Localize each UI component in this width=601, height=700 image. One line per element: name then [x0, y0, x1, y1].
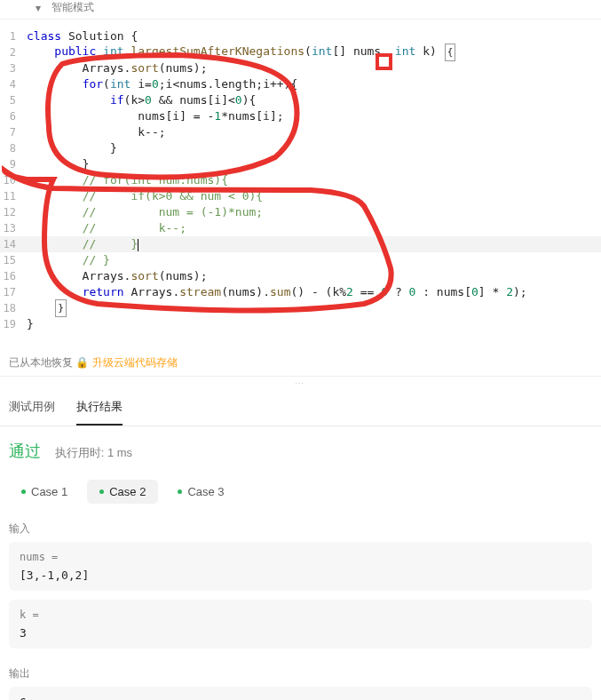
status-dot-icon	[178, 489, 182, 494]
code-content[interactable]: }	[27, 299, 67, 317]
code-line[interactable]: 8 }	[0, 140, 601, 156]
input-k-box: k = 3	[9, 600, 592, 648]
lock-icon: 🔒	[75, 356, 91, 369]
line-number: 17	[0, 284, 27, 300]
code-line[interactable]: 18 }	[0, 300, 601, 316]
editor-toolbar: ▾ 智能模式	[0, 0, 601, 20]
code-content[interactable]: // k--;	[27, 220, 186, 236]
code-line[interactable]: 12 // num = (-1)*num;	[0, 204, 601, 220]
code-line[interactable]: 14 // }	[0, 236, 601, 252]
code-content[interactable]: Arrays.sort(nums);	[27, 60, 208, 76]
k-value: 3	[20, 626, 581, 640]
code-line[interactable]: 6 nums[i] = -1*nums[i];	[0, 108, 601, 124]
code-content[interactable]: for(int i=0;i<nums.length;i++){	[27, 76, 297, 92]
restore-text: 已从本地恢复	[9, 356, 73, 369]
code-line[interactable]: 15 // }	[0, 252, 601, 268]
code-line[interactable]: 19}	[0, 316, 601, 332]
code-line[interactable]: 5 if(k>0 && nums[i]<0){	[0, 92, 601, 108]
resize-handle[interactable]: ⋯	[0, 376, 601, 390]
line-number: 4	[0, 76, 27, 92]
line-number: 14	[0, 236, 27, 252]
case-label: Case 2	[109, 485, 146, 498]
upgrade-link[interactable]: 升级云端代码存储	[92, 356, 178, 369]
code-content[interactable]: // if(k>0 && num < 0){	[27, 188, 263, 204]
code-content[interactable]: // for(int num:nums){	[27, 172, 228, 188]
line-number: 9	[0, 156, 27, 172]
code-line[interactable]: 7 k--;	[0, 124, 601, 140]
code-line[interactable]: 10 // for(int num:nums){	[0, 172, 601, 188]
line-number: 18	[0, 300, 27, 316]
line-number: 1	[0, 28, 27, 44]
input-label: 输入	[9, 521, 592, 537]
code-line[interactable]: 9 }	[0, 156, 601, 172]
code-line[interactable]: 4 for(int i=0;i<nums.length;i++){	[0, 76, 601, 92]
code-content[interactable]: // }	[27, 252, 110, 268]
output-label: 输出	[9, 666, 592, 681]
line-number: 7	[0, 124, 27, 140]
result-panel: 通过 执行用时: 1 ms Case 1Case 2Case 3 输入 nums…	[0, 426, 601, 700]
line-number: 16	[0, 268, 27, 284]
code-content[interactable]: return Arrays.stream(nums).sum() - (k%2 …	[27, 284, 527, 300]
status-badge: 通过	[9, 442, 41, 460]
line-number: 5	[0, 92, 27, 108]
line-number: 12	[0, 204, 27, 220]
code-content[interactable]: public int largestSumAfterKNegations(int…	[27, 44, 455, 61]
code-line[interactable]: 2 public int largestSumAfterKNegations(i…	[0, 44, 601, 60]
code-content[interactable]: nums[i] = -1*nums[i];	[27, 108, 284, 124]
k-prefix: k =	[20, 609, 581, 621]
code-content[interactable]: Arrays.sort(nums);	[27, 268, 208, 284]
code-content[interactable]: // num = (-1)*num;	[27, 204, 263, 220]
nums-prefix: nums =	[20, 551, 581, 563]
code-line[interactable]: 17 return Arrays.stream(nums).sum() - (k…	[0, 284, 601, 300]
code-line[interactable]: 11 // if(k>0 && num < 0){	[0, 188, 601, 204]
code-content[interactable]: }	[27, 140, 117, 156]
code-editor[interactable]: 1class Solution {2 public int largestSum…	[0, 20, 601, 350]
output-value: 6	[20, 696, 581, 700]
language-label[interactable]: ▾	[36, 2, 41, 14]
line-number: 13	[0, 220, 27, 236]
case-button[interactable]: Case 2	[87, 480, 158, 504]
case-label: Case 1	[31, 485, 67, 498]
status-dot-icon	[21, 489, 26, 494]
case-label: Case 3	[187, 485, 224, 498]
line-number: 10	[0, 172, 27, 188]
code-content[interactable]: k--;	[27, 124, 166, 140]
code-line[interactable]: 16 Arrays.sort(nums);	[0, 268, 601, 284]
code-content[interactable]: // }	[27, 236, 138, 252]
line-number: 15	[0, 252, 27, 268]
code-content[interactable]: class Solution {	[27, 28, 138, 44]
line-number: 6	[0, 108, 27, 124]
line-number: 11	[0, 188, 27, 204]
code-line[interactable]: 1class Solution {	[0, 28, 601, 44]
line-number: 2	[0, 44, 27, 60]
code-content[interactable]: }	[27, 156, 89, 172]
runtime-label: 执行用时: 1 ms	[55, 446, 132, 459]
line-number: 19	[0, 316, 27, 332]
case-button[interactable]: Case 1	[9, 480, 80, 504]
code-line[interactable]: 3 Arrays.sort(nums);	[0, 60, 601, 76]
code-line[interactable]: 13 // k--;	[0, 220, 601, 236]
case-button[interactable]: Case 3	[165, 480, 236, 504]
output-box: 6	[9, 687, 592, 700]
line-number: 8	[0, 140, 27, 156]
tab-testcase[interactable]: 测试用例	[9, 390, 55, 426]
restore-notice: 已从本地恢复 🔒 升级云端代码存储	[0, 350, 601, 376]
mode-icon[interactable]: 智能模式	[51, 0, 94, 15]
result-tabs: 测试用例 执行结果	[0, 390, 601, 426]
line-number: 3	[0, 60, 27, 76]
code-content[interactable]: if(k>0 && nums[i]<0){	[27, 92, 256, 108]
status-dot-icon	[99, 489, 104, 494]
code-content[interactable]: }	[27, 316, 34, 332]
input-nums-box: nums = [3,-1,0,2]	[9, 542, 592, 591]
case-selector: Case 1Case 2Case 3	[9, 480, 592, 504]
tab-result[interactable]: 执行结果	[76, 390, 123, 426]
nums-value: [3,-1,0,2]	[20, 569, 581, 582]
